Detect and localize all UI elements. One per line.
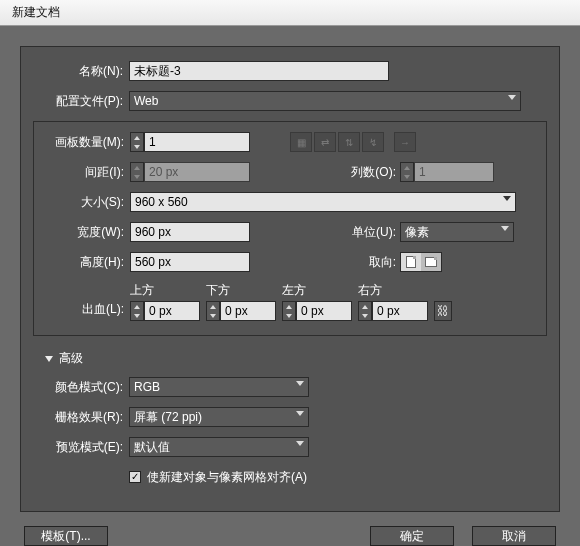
link-bleed-icon[interactable]: ⛓ xyxy=(434,301,452,321)
orientation-landscape[interactable] xyxy=(421,253,441,271)
width-input[interactable] xyxy=(130,222,250,242)
template-button[interactable]: 模板(T)... xyxy=(24,526,108,546)
spacing-stepper xyxy=(130,162,144,182)
raster-dropdown[interactable]: 屏幕 (72 ppi) xyxy=(129,407,309,427)
label-artboards: 画板数量(M): xyxy=(48,134,130,151)
arrow-right-icon: → xyxy=(394,132,416,152)
chevron-down-icon xyxy=(45,356,53,362)
preview-dropdown[interactable]: 默认值 xyxy=(129,437,309,457)
profile-dropdown[interactable]: Web xyxy=(129,91,521,111)
bleed-left-input[interactable] xyxy=(296,301,352,321)
columns-input xyxy=(414,162,494,182)
advanced-disclosure[interactable]: 高级 xyxy=(45,350,541,367)
main-panel: 名称(N): 配置文件(P): Web 画板数量(M): ▦ ⇄ ⇅ xyxy=(20,46,560,512)
label-bleed: 出血(L): xyxy=(48,301,130,321)
artboards-stepper[interactable] xyxy=(130,132,144,152)
label-height: 高度(H): xyxy=(48,254,130,271)
arrange-z-icon: ↯ xyxy=(362,132,384,152)
colormode-value: RGB xyxy=(134,380,160,394)
label-bottom: 下方 xyxy=(206,282,276,299)
arrange-col-icon: ⇅ xyxy=(338,132,360,152)
label-top: 上方 xyxy=(130,282,200,299)
label-advanced: 高级 xyxy=(59,350,83,367)
bleed-right-input[interactable] xyxy=(372,301,428,321)
units-value: 像素 xyxy=(405,224,429,241)
artboard-section: 画板数量(M): ▦ ⇄ ⇅ ↯ → 间距(I): 列数(O): xyxy=(33,121,547,336)
name-input[interactable] xyxy=(129,61,389,81)
label-name: 名称(N): xyxy=(39,63,129,80)
bleed-bottom-input[interactable] xyxy=(220,301,276,321)
label-profile: 配置文件(P): xyxy=(39,93,129,110)
colormode-dropdown[interactable]: RGB xyxy=(129,377,309,397)
cancel-button[interactable]: 取消 xyxy=(472,526,556,546)
bleed-bottom-stepper[interactable] xyxy=(206,301,220,321)
label-size: 大小(S): xyxy=(48,194,130,211)
arrange-row-icon: ⇄ xyxy=(314,132,336,152)
spacing-input xyxy=(144,162,250,182)
bleed-top-input[interactable] xyxy=(144,301,200,321)
bleed-top-stepper[interactable] xyxy=(130,301,144,321)
height-input[interactable] xyxy=(130,252,250,272)
label-width: 宽度(W): xyxy=(48,224,130,241)
artboards-input[interactable] xyxy=(144,132,250,152)
label-align-px: 使新建对象与像素网格对齐(A) xyxy=(147,469,307,486)
label-units: 单位(U): xyxy=(250,224,400,241)
preview-value: 默认值 xyxy=(134,439,170,456)
dialog-title: 新建文档 xyxy=(12,4,60,21)
units-dropdown[interactable]: 像素 xyxy=(400,222,514,242)
ok-button[interactable]: 确定 xyxy=(370,526,454,546)
label-spacing: 间距(I): xyxy=(48,164,130,181)
arrangement-group: ▦ ⇄ ⇅ ↯ xyxy=(290,132,384,152)
label-columns: 列数(O): xyxy=(250,164,400,181)
bleed-right-stepper[interactable] xyxy=(358,301,372,321)
arrange-grid-icon: ▦ xyxy=(290,132,312,152)
label-left: 左方 xyxy=(282,282,352,299)
profile-value: Web xyxy=(134,94,158,108)
label-preview: 预览模式(E): xyxy=(39,439,129,456)
size-value: 960 x 560 xyxy=(135,195,188,209)
label-orientation: 取向: xyxy=(250,254,400,271)
label-right: 右方 xyxy=(358,282,428,299)
orientation-portrait[interactable] xyxy=(401,253,421,271)
columns-stepper xyxy=(400,162,414,182)
label-raster: 栅格效果(R): xyxy=(39,409,129,426)
orientation-group xyxy=(400,252,442,272)
size-dropdown[interactable]: 960 x 560 xyxy=(130,192,516,212)
align-pixel-checkbox[interactable]: ✓ xyxy=(129,471,141,483)
bleed-left-stepper[interactable] xyxy=(282,301,296,321)
raster-value: 屏幕 (72 ppi) xyxy=(134,409,202,426)
label-colormode: 颜色模式(C): xyxy=(39,379,129,396)
titlebar: 新建文档 xyxy=(0,0,580,26)
